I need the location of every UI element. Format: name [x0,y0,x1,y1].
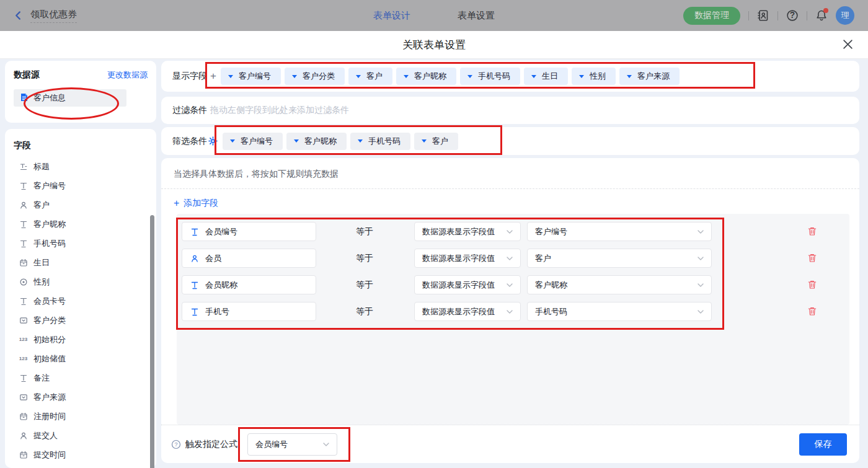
help-icon[interactable]: ? [786,9,799,22]
fields-title: 字段 [14,140,148,151]
rule-field-box[interactable]: 会员编号 [182,222,316,241]
rule-row: 手机号等于数据源表显示字段值手机号码 [182,302,849,321]
field-item-label: 性别 [33,276,50,288]
rule-field-box[interactable]: 会员 [182,249,316,268]
screen-condition-tag[interactable]: 手机号码 [350,133,410,150]
modal-title: 关联表单设置 [402,38,466,52]
rules-footer: ? 触发指定公式 会员编号 保存 [161,425,859,463]
tag-label: 性别 [590,71,606,82]
field-item[interactable]: 123初始积分 [14,333,148,346]
add-display-field-button[interactable]: + [210,70,216,82]
tag-label: 手机号码 [368,136,401,147]
question-circle-icon[interactable]: ? [171,439,181,449]
rule-source-select[interactable]: 数据源表显示字段值 [414,275,521,294]
formula-select[interactable]: 会员编号 [247,433,337,456]
display-field-tag[interactable]: 客户来源 [619,68,680,85]
rule-value-select[interactable]: 客户编号 [527,222,712,241]
triangle-down-icon [467,75,472,78]
rule-field-label: 会员 [205,253,221,264]
rule-field-label: 会员昵称 [205,280,237,291]
display-field-tag[interactable]: 手机号码 [460,68,520,85]
text-icon [190,280,199,289]
select-icon [19,316,28,325]
svg-text:?: ? [790,11,795,20]
field-item-label: 客户 [33,200,50,211]
trash-icon[interactable] [807,280,817,290]
field-item[interactable]: 手机号码 [14,237,148,250]
screen-condition-tag[interactable]: 客户昵称 [286,133,347,150]
field-item[interactable]: 生日 [14,256,148,269]
display-field-tag[interactable]: 客户 [348,68,392,85]
rule-field-box[interactable]: 手机号 [182,302,316,321]
triangle-down-icon [579,75,584,78]
divider [748,11,749,20]
data-manage-button[interactable]: 数据管理 [683,7,740,25]
rules-hint: 当选择具体数据后，将按如下规则填充数据 [161,158,859,180]
field-item[interactable]: 客户分类 [14,314,148,327]
tab-form-design[interactable]: 表单设计 [373,10,410,22]
field-item-label: 注册时间 [33,411,66,422]
rule-operator: 等于 [356,280,374,291]
field-item[interactable]: 性别 [14,275,148,288]
field-item[interactable]: 123初始储值 [14,352,148,365]
field-item[interactable]: 会员卡号 [14,294,148,307]
field-item[interactable]: 提交人 [14,429,148,442]
field-item-label: 客户分类 [33,315,66,326]
field-item[interactable]: 客户 [14,198,148,211]
rule-field-box[interactable]: 会员昵称 [182,275,316,294]
avatar[interactable]: 理 [836,6,854,25]
field-item[interactable]: 提交时间 [14,448,148,461]
field-item-label: 初始储值 [33,353,66,364]
formula-label: 触发指定公式 [185,439,237,450]
radio-icon [19,277,28,286]
contacts-icon[interactable] [757,9,769,22]
bell-icon[interactable] [815,9,828,22]
tag-label: 客户昵称 [304,136,337,147]
tab-form-settings[interactable]: 表单设置 [458,10,495,22]
trash-icon[interactable] [807,253,817,263]
rule-value-select[interactable]: 手机号码 [527,302,712,321]
triangle-down-icon [356,75,361,78]
field-item[interactable]: 客户编号 [14,179,148,192]
field-item-label: 提交人 [33,430,58,441]
rule-operator: 等于 [356,306,374,317]
rule-source-select[interactable]: 数据源表显示字段值 [414,222,521,241]
filter-dropzone[interactable]: 拖动左侧字段到此处来添加过滤条件 [210,105,349,116]
text-icon [19,219,28,229]
back-icon[interactable] [14,11,23,20]
field-item[interactable]: 备注 [14,371,148,384]
rule-row: 会员等于数据源表显示字段值客户 [182,249,849,268]
display-field-tag[interactable]: 客户分类 [285,68,345,85]
change-datasource-link[interactable]: 更改数据源 [107,69,148,81]
display-field-tag[interactable]: 客户昵称 [396,68,456,85]
rule-value-select[interactable]: 客户昵称 [527,275,712,294]
display-field-tag[interactable]: 生日 [524,68,568,85]
save-button[interactable]: 保存 [799,433,847,456]
trash-icon[interactable] [807,226,817,237]
text-icon [19,296,28,306]
field-item[interactable]: 标题 [14,160,148,173]
datasource-item[interactable]: 客户信息 [14,89,126,107]
tag-label: 客户编号 [239,71,271,82]
field-item[interactable]: 客户昵称 [14,218,148,231]
display-field-tag[interactable]: 客户编号 [221,68,281,85]
field-item[interactable]: 注册时间 [14,410,148,423]
rule-source-select[interactable]: 数据源表显示字段值 [414,249,521,268]
screen-condition-tag[interactable]: 客户 [414,133,458,150]
scrollbar[interactable] [150,215,154,468]
display-field-tag[interactable]: 性别 [572,68,616,85]
datasource-panel: 数据源 更改数据源 客户信息 [5,61,156,123]
triangle-down-icon [531,75,536,78]
triangle-down-icon [292,75,297,78]
field-item-label: 会员卡号 [33,296,66,307]
form-title[interactable]: 领取优惠券 [30,9,77,23]
field-item[interactable]: 客户来源 [14,391,148,404]
gear-icon[interactable] [208,136,218,146]
user-icon [19,200,28,210]
rule-source-select[interactable]: 数据源表显示字段值 [414,302,521,321]
trash-icon[interactable] [807,306,817,317]
rule-value-select[interactable]: 客户 [527,249,712,268]
rule-row: 会员昵称等于数据源表显示字段值客户昵称 [182,275,849,294]
close-icon[interactable] [843,39,853,52]
screen-condition-tag[interactable]: 客户编号 [223,133,283,150]
